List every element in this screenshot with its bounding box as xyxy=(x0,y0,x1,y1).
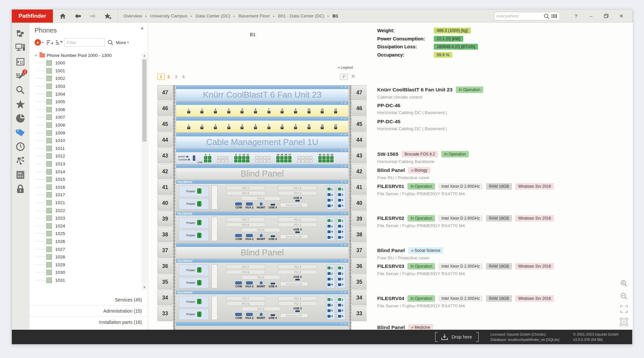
zoom-out-icon[interactable] xyxy=(620,292,628,300)
device-list-item[interactable]: FILESRV03In OperationIntel Xeon D 2.30GH… xyxy=(377,263,603,276)
rack-device-panel[interactable]: F RCable Management Panel 1U xyxy=(176,133,348,148)
label-icon[interactable]: A xyxy=(620,318,628,326)
search-icon[interactable] xyxy=(543,13,549,19)
tree-expand-icon[interactable]: ▼ xyxy=(34,54,38,57)
search-input[interactable] xyxy=(496,13,543,18)
scroll-up-icon[interactable]: ▲ xyxy=(142,53,147,58)
tree-item[interactable]: 1025 xyxy=(34,230,141,238)
device-list-item[interactable]: FILESRV02In OperationIntel Xeon D 2.90GH… xyxy=(377,215,603,228)
tree-item[interactable]: 1004 xyxy=(34,90,141,98)
breadcrumb-item[interactable]: B01 - Data Center (DC) xyxy=(278,13,324,18)
tree-item[interactable]: 1013 xyxy=(34,160,141,168)
breadcrumb-item[interactable]: B1 xyxy=(333,13,338,18)
add-button[interactable]: +▾ xyxy=(34,39,44,46)
close-panel-icon[interactable]: ✕ xyxy=(140,26,144,31)
favorite-add-icon[interactable] xyxy=(104,12,112,20)
breadcrumb-item[interactable]: Data Center (DC) xyxy=(196,13,230,18)
device-list-item[interactable]: SW-1565Brocade FOS 8.2In OperationHorizo… xyxy=(377,151,603,164)
topology-icon[interactable] xyxy=(14,155,27,166)
drop-zone[interactable]: Drop here xyxy=(435,332,478,342)
tree-item[interactable]: 1011 xyxy=(34,145,141,153)
device-list-item[interactable]: Blind Panel» Social ScienceFree RU / Pro… xyxy=(377,247,603,260)
tree-item[interactable]: 1007 xyxy=(34,113,141,121)
lock-icon[interactable] xyxy=(14,183,27,195)
clock-icon[interactable] xyxy=(14,141,27,152)
tree-item[interactable]: 1015 xyxy=(34,176,141,183)
device-list-item[interactable]: PP-DC-46Horizontal Cabling DC | Basement… xyxy=(377,103,603,115)
rack-device-panel[interactable]: F RBlind Panel xyxy=(176,164,348,179)
tree-item[interactable]: 1008 xyxy=(34,121,141,129)
scroll-down-icon[interactable]: ▼ xyxy=(142,285,147,290)
rack-side-tab[interactable]: 4 xyxy=(180,74,187,80)
tree-item[interactable]: 1016 xyxy=(34,183,141,191)
barcode-icon[interactable] xyxy=(551,13,558,19)
tree-item[interactable]: 1010 xyxy=(34,137,141,145)
rack-side-tab[interactable]: 3 xyxy=(173,74,179,80)
favorites-icon[interactable] xyxy=(14,99,27,110)
pie-chart-icon[interactable] xyxy=(14,113,27,124)
view-button-r[interactable]: R xyxy=(349,74,357,80)
minimize-button[interactable]: – xyxy=(584,10,599,23)
close-button[interactable]: ✕ xyxy=(614,10,629,23)
rack-device-server[interactable]: FILESRV03F RPowerPowerPCI 7PCI 4PCI 6PCI… xyxy=(176,259,348,290)
legend-link[interactable]: « Legend xyxy=(338,65,353,69)
tree-item[interactable]: 1022 xyxy=(34,206,141,214)
footer-link[interactable]: Administration (15) xyxy=(29,305,148,316)
tree-item[interactable]: 1014 xyxy=(34,168,141,176)
rack-device-panel[interactable]: F RKnürr CoolBlastT 6 Fan Unit 23 xyxy=(176,85,348,101)
breadcrumb-item[interactable]: Basement Floor xyxy=(239,13,270,18)
rack-device-patch[interactable]: F R123456789101112 xyxy=(176,117,348,132)
device-list-item[interactable]: Blind Panel» Medicine xyxy=(377,324,603,330)
tree-item[interactable]: 1017 xyxy=(34,191,141,199)
rack-device-partial[interactable]: F R xyxy=(176,322,348,329)
tree-root-node[interactable]: ▼Phone Number Pool 1000 - 1300 xyxy=(34,52,141,59)
rack-side-tab[interactable]: 2 xyxy=(166,74,172,80)
fit-screen-icon[interactable] xyxy=(620,305,628,313)
view-button-f[interactable]: F xyxy=(340,74,348,80)
zoom-in-icon[interactable] xyxy=(620,279,628,288)
scroll-thumb[interactable] xyxy=(142,60,147,142)
tree-item[interactable]: 1002 xyxy=(34,75,141,83)
restore-button[interactable] xyxy=(599,10,614,23)
tree-item[interactable]: 1006 xyxy=(34,106,141,114)
rack-device-panel[interactable]: F RBlind Panel xyxy=(176,243,348,258)
rack-device-server[interactable]: FILESRV02F RPowerPowerPCI 7PCI 4PCI 6PCI… xyxy=(176,212,348,243)
hierarchy-icon[interactable] xyxy=(14,28,27,39)
rack-device-server[interactable]: FILESRV01F RPowerPowerPCI 7PCI 4PCI 6PCI… xyxy=(176,180,348,211)
device-list-item[interactable]: FILESRV01In OperationIntel Xeon D 2.90GH… xyxy=(377,183,603,196)
more-button[interactable]: More▾ xyxy=(116,40,129,45)
tree-item[interactable]: 1012 xyxy=(34,152,141,160)
filter-search-icon[interactable] xyxy=(107,39,113,45)
tree-item[interactable]: 1030 xyxy=(34,269,141,276)
footer-link[interactable]: Installation parts (16) xyxy=(29,316,148,327)
tree-item[interactable]: 1005 xyxy=(34,98,141,106)
rack-device-server[interactable]: FILESRV04F RPowerPowerPCI 7PCI 4PCI 6PCI… xyxy=(176,291,348,322)
rack-device-switch[interactable]: F RMGMT Console USB01 891011 24252627 40… xyxy=(176,149,348,164)
rack-side-tab[interactable]: 1 xyxy=(157,74,165,80)
tag-icon[interactable] xyxy=(14,127,27,138)
sort-descending-icon[interactable] xyxy=(56,40,62,45)
filter-input[interactable] xyxy=(65,38,105,47)
search-icon[interactable] xyxy=(14,84,27,96)
tree-item[interactable]: 1026 xyxy=(34,238,141,246)
floorplan-icon[interactable] xyxy=(14,56,27,67)
tree-item[interactable]: 1003 xyxy=(34,83,141,90)
tree-item[interactable]: 1021 xyxy=(34,199,141,207)
tree-item[interactable]: 1009 xyxy=(34,129,141,137)
back-icon[interactable] xyxy=(74,12,82,20)
device-list-item[interactable]: PP-DC-45Horizontal Cabling DC | Basement… xyxy=(377,119,603,131)
tools-icon[interactable]: 3 xyxy=(14,70,27,82)
ip-address-icon[interactable]: 192.0.0.1 xyxy=(14,169,27,180)
sort-ascending-icon[interactable] xyxy=(46,40,53,45)
tree-scrollbar[interactable]: ▲ ▼ xyxy=(142,53,147,290)
tree-item[interactable]: 1027 xyxy=(34,245,141,253)
tree-item[interactable]: 1023 xyxy=(34,214,141,222)
footer-link[interactable]: Services (45) xyxy=(29,294,148,305)
device-list-item[interactable]: Knürr CoolBlastT 6 Fan Unit 23In Operati… xyxy=(377,86,603,100)
home-icon[interactable] xyxy=(59,12,67,20)
tree-item[interactable]: 1028 xyxy=(34,253,141,261)
device-list-item[interactable]: FILESRV04In OperationIntel Xeon D 2.30GH… xyxy=(377,295,603,308)
tree-item[interactable]: 1029 xyxy=(34,261,141,269)
app-logo[interactable]: Pathfinder xyxy=(12,10,53,23)
tree-item[interactable]: 1001 xyxy=(34,67,141,75)
